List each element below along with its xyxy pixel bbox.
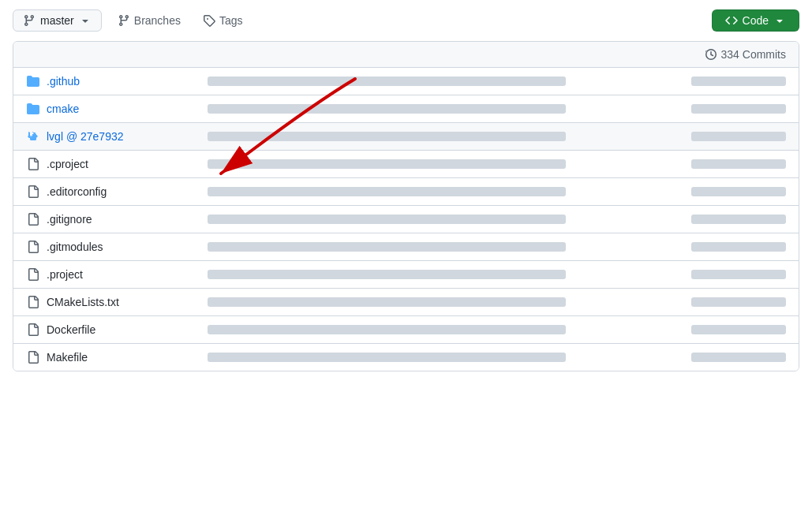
file-link-gitmodules[interactable]: .gitmodules: [47, 241, 103, 253]
commit-msg-project: [208, 270, 685, 279]
branches-label: Branches: [134, 14, 181, 27]
commit-msg-github: [208, 77, 685, 86]
tags-label: Tags: [219, 14, 243, 27]
file-row-cmakelists: CMakeLists.txt: [13, 289, 799, 316]
skeleton-bar: [691, 242, 786, 252]
file-name-cmakelists: CMakeLists.txt: [47, 296, 189, 308]
commit-time-cmakelists: [691, 297, 786, 307]
file-link-editorconfig[interactable]: .editorconfig: [47, 185, 107, 198]
commit-time-gitignore: [691, 215, 786, 224]
commit-time-lvgl: [691, 132, 786, 141]
skeleton-bar: [208, 77, 566, 86]
branch-icon: [23, 14, 36, 27]
skeleton-bar: [691, 353, 786, 362]
code-btn-chevron: [773, 14, 786, 27]
file-row-cproject: .cproject: [13, 151, 799, 178]
file-name-lvgl: lvgl @ 27e7932: [47, 130, 189, 143]
commit-time-makefile: [691, 353, 786, 362]
commit-msg-makefile: [208, 353, 685, 362]
skeleton-bar: [208, 187, 566, 196]
branches-link[interactable]: Branches: [111, 10, 187, 31]
skeleton-bar: [691, 215, 786, 224]
commit-time-cmake: [691, 104, 786, 114]
file-row-lvgl: lvgl @ 27e7932: [13, 123, 799, 151]
commits-link[interactable]: 334 Commits: [705, 48, 786, 61]
file-link-cmake[interactable]: cmake: [47, 103, 79, 115]
skeleton-bar: [691, 187, 786, 196]
file-link-makefile[interactable]: Makefile: [47, 351, 88, 364]
submodule-icon: [26, 129, 40, 144]
file-icon-cmakelists: [26, 295, 40, 309]
skeleton-bar: [691, 104, 786, 114]
file-row-cmake: cmake: [13, 95, 799, 123]
code-btn-label: Code: [743, 14, 769, 27]
skeleton-bar: [208, 325, 566, 334]
commit-time-project: [691, 270, 786, 279]
commit-msg-editorconfig: [208, 187, 685, 196]
file-icon-editorconfig: [26, 185, 40, 199]
commit-msg-cmakelists: [208, 297, 685, 307]
commit-msg-gitmodules: [208, 242, 685, 252]
code-button[interactable]: Code: [712, 9, 799, 32]
skeleton-bar: [208, 353, 566, 362]
skeleton-bar: [208, 132, 566, 141]
code-brackets-icon: [725, 14, 738, 27]
file-row-project: .project: [13, 261, 799, 289]
commit-time-gitmodules: [691, 242, 786, 252]
commit-time-cproject: [691, 159, 786, 169]
file-link-gitignore[interactable]: .gitignore: [47, 213, 92, 226]
file-link-github[interactable]: .github: [47, 75, 80, 88]
folder-icon: [26, 74, 40, 88]
history-icon: [705, 48, 717, 61]
chevron-down-icon: [79, 14, 92, 27]
commit-time-dockerfile: [691, 325, 786, 334]
file-name-gitignore: .gitignore: [47, 213, 189, 226]
file-row-dockerfile: Dockerfile: [13, 316, 799, 344]
commit-time-editorconfig: [691, 187, 786, 196]
tags-link[interactable]: Tags: [196, 10, 249, 31]
commit-msg-cproject: [208, 159, 685, 169]
file-icon-gitmodules: [26, 240, 40, 254]
commits-count-label: 334 Commits: [721, 48, 786, 61]
file-link-lvgl[interactable]: lvgl @ 27e7932: [47, 130, 124, 143]
commit-msg-dockerfile: [208, 325, 685, 334]
file-icon-makefile: [26, 350, 40, 364]
branch-selector[interactable]: master: [13, 9, 102, 32]
file-name-cmake: cmake: [47, 103, 189, 115]
folder-icon: [26, 102, 40, 116]
file-row-gitmodules: .gitmodules: [13, 233, 799, 261]
file-row-gitignore: .gitignore: [13, 206, 799, 233]
file-icon-gitignore: [26, 212, 40, 226]
skeleton-bar: [208, 159, 566, 169]
file-name-editorconfig: .editorconfig: [47, 185, 189, 198]
file-row-github: .github: [13, 68, 799, 95]
file-icon-dockerfile: [26, 323, 40, 337]
skeleton-bar: [208, 104, 566, 114]
commits-header: 334 Commits: [13, 42, 799, 68]
commit-msg-gitignore: [208, 215, 685, 224]
file-link-cproject[interactable]: .cproject: [47, 158, 88, 170]
file-icon-cproject: [26, 157, 40, 171]
file-link-project[interactable]: .project: [47, 268, 83, 281]
file-row-editorconfig: .editorconfig: [13, 178, 799, 206]
commit-msg-lvgl: [208, 132, 685, 141]
file-name-gitmodules: .gitmodules: [47, 241, 189, 253]
file-link-dockerfile[interactable]: Dockerfile: [47, 323, 95, 336]
commit-msg-cmake: [208, 104, 685, 114]
file-name-github: .github: [47, 75, 189, 88]
skeleton-bar: [691, 132, 786, 141]
file-name-dockerfile: Dockerfile: [47, 323, 189, 336]
skeleton-bar: [208, 215, 566, 224]
file-row-makefile: Makefile: [13, 344, 799, 371]
file-table: 334 Commits .github: [13, 41, 799, 371]
skeleton-bar: [691, 325, 786, 334]
skeleton-bar: [208, 297, 566, 307]
file-name-makefile: Makefile: [47, 351, 189, 364]
skeleton-bar: [691, 77, 786, 86]
skeleton-bar: [691, 270, 786, 279]
skeleton-bar: [208, 242, 566, 252]
branch-name: master: [40, 14, 74, 27]
toolbar: master Branches Tags Code: [0, 0, 812, 41]
file-icon-project: [26, 267, 40, 282]
file-link-cmakelists[interactable]: CMakeLists.txt: [47, 296, 119, 308]
